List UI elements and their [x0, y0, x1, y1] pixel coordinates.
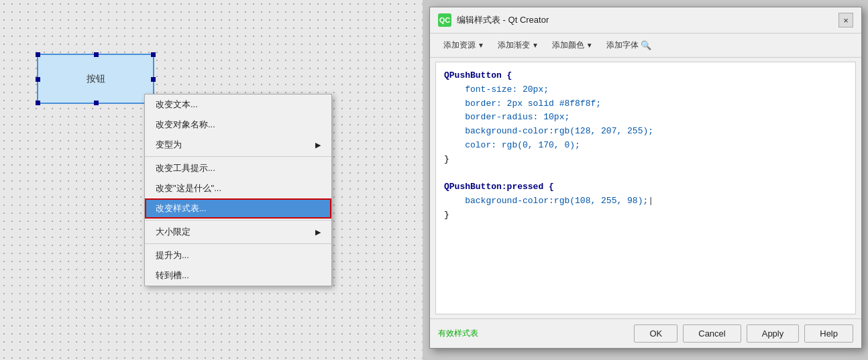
menu-separator-1	[145, 156, 331, 157]
handle-bl	[36, 101, 40, 105]
add-gradient-arrow-icon: ▼	[532, 42, 539, 49]
stylesheet-dialog: QC 编辑样式表 - Qt Creator × 添加资源 ▼ 添加渐变 ▼ 添加…	[429, 7, 862, 349]
menu-item-change-text[interactable]: 改变文本...	[145, 95, 331, 115]
code-editor[interactable]: QPushButton { font-size: 20px; border: 2…	[435, 62, 856, 314]
code-line-0: QPushButton {	[444, 69, 847, 83]
help-button[interactable]: Help	[804, 324, 853, 343]
dialog-action-buttons: OK Cancel Apply Help	[634, 324, 853, 343]
handle-tr	[151, 52, 156, 57]
add-gradient-button[interactable]: 添加渐变 ▼	[492, 38, 544, 53]
code-line-8: background-color:rgb(108, 255, 98);|	[444, 194, 847, 208]
add-resource-button[interactable]: 添加资源 ▼	[438, 38, 490, 53]
menu-separator-3	[145, 243, 331, 244]
dialog-title: 编辑样式表 - Qt Creator	[457, 14, 549, 26]
dialog-toolbar: 添加资源 ▼ 添加渐变 ▼ 添加颜色 ▼ 添加字体 🔍	[430, 34, 861, 58]
code-line-4: background-color:rgb(128, 207, 255);	[444, 125, 847, 139]
add-color-arrow-icon: ▼	[586, 42, 593, 49]
menu-item-goto-slot[interactable]: 转到槽...	[145, 265, 331, 286]
handle-bm	[94, 101, 99, 105]
qt-logo: QC	[438, 13, 451, 27]
handle-tl	[36, 52, 40, 57]
code-line-7: QPushButton:pressed {	[444, 180, 847, 194]
handle-lm	[36, 77, 40, 82]
code-line-blank	[444, 167, 847, 181]
menu-item-promote[interactable]: 提升为...	[145, 245, 331, 265]
context-menu: 改变文本... 改变对象名称... 变型为 ▶ 改变工具提示... 改变"这是什…	[144, 94, 332, 286]
menu-item-change-stylesheet[interactable]: 改变样式表...	[145, 198, 331, 219]
handle-tm	[94, 52, 99, 57]
code-line-3: border-radius: 10px;	[444, 111, 847, 125]
dialog-close-button[interactable]: ×	[838, 13, 853, 27]
button-widget[interactable]: 按钮	[37, 54, 154, 104]
handle-rm	[151, 77, 156, 82]
menu-item-morph[interactable]: 变型为 ▶	[145, 135, 331, 155]
menu-item-change-obj-name[interactable]: 改变对象名称...	[145, 115, 331, 135]
code-line-2: border: 2px solid #8f8f8f;	[444, 97, 847, 111]
menu-separator-2	[145, 220, 331, 221]
add-color-button[interactable]: 添加颜色 ▼	[547, 38, 598, 53]
size-limit-arrow-icon: ▶	[315, 228, 321, 237]
code-line-1: font-size: 20px;	[444, 83, 847, 97]
dialog-titlebar: QC 编辑样式表 - Qt Creator ×	[430, 7, 861, 34]
valid-stylesheet-label: 有效样式表	[438, 328, 478, 339]
code-line-5: color: rgb(0, 170, 0);	[444, 139, 847, 153]
menu-item-change-whatsthis[interactable]: 改变"这是什么"...	[145, 178, 331, 198]
morph-arrow-icon: ▶	[315, 141, 321, 149]
code-line-9: }	[444, 208, 847, 223]
add-resource-arrow-icon: ▼	[478, 42, 484, 49]
add-font-button[interactable]: 添加字体 🔍	[601, 38, 657, 53]
dialog-title-left: QC 编辑样式表 - Qt Creator	[438, 13, 549, 27]
font-search-icon: 🔍	[641, 40, 651, 50]
menu-item-size-limit[interactable]: 大小限定 ▶	[145, 222, 331, 242]
canvas-dot-grid: 按钮 改变文本... 改变对象名称... 变型为 ▶ 改变工具提示... 改变"…	[0, 0, 423, 360]
ok-button[interactable]: OK	[634, 324, 677, 343]
designer-canvas: 按钮 改变文本... 改变对象名称... 变型为 ▶ 改变工具提示... 改变"…	[0, 0, 423, 360]
cancel-button[interactable]: Cancel	[683, 324, 741, 343]
code-line-6: }	[444, 153, 847, 167]
apply-button[interactable]: Apply	[747, 324, 800, 343]
button-widget-label: 按钮	[87, 73, 105, 85]
menu-item-change-tooltip[interactable]: 改变工具提示...	[145, 158, 331, 178]
dialog-bottom: 有效样式表 OK Cancel Apply Help	[430, 318, 861, 348]
